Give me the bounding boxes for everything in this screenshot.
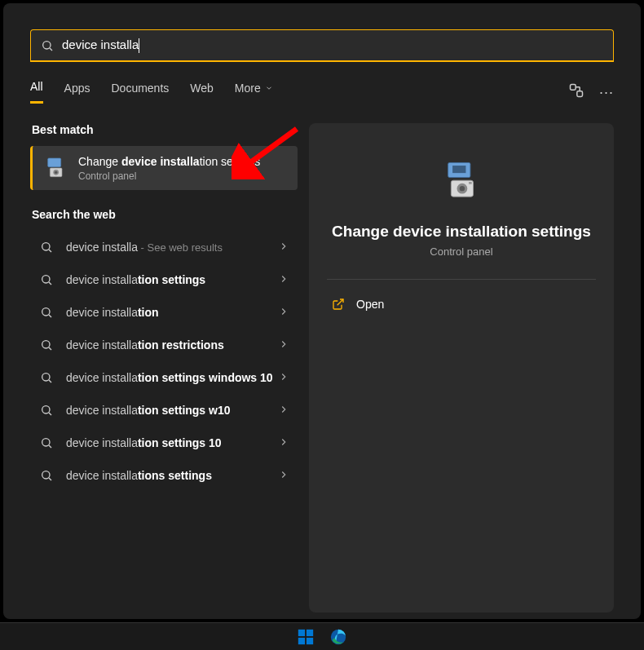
web-result-item[interactable]: device installations settings — [30, 459, 298, 492]
web-result-item[interactable]: device installation settings w10 — [30, 394, 298, 427]
svg-rect-37 — [298, 637, 305, 643]
tab-all[interactable]: All — [30, 80, 43, 104]
search-web-label: Search the web — [32, 208, 298, 221]
svg-point-0 — [43, 41, 51, 48]
open-icon — [332, 298, 345, 311]
svg-line-23 — [49, 445, 51, 448]
chevron-right-icon — [278, 469, 289, 483]
preview-subtitle: Control panel — [327, 245, 596, 258]
search-input[interactable]: device installa — [62, 38, 603, 53]
svg-point-14 — [42, 308, 50, 316]
web-result-text: device installa - See web results — [66, 241, 289, 254]
web-result-item[interactable]: device installation restrictions — [30, 329, 298, 361]
web-result-item[interactable]: device installation — [30, 296, 298, 329]
chevron-right-icon — [278, 306, 289, 320]
web-result-text: device installation settings — [66, 273, 289, 286]
search-icon — [38, 435, 55, 451]
device-install-icon — [42, 155, 68, 181]
edge-browser-icon[interactable] — [329, 627, 348, 647]
svg-line-25 — [49, 478, 51, 480]
start-search-panel: device installa All Apps Documents Web M… — [3, 3, 641, 619]
open-label: Open — [356, 298, 384, 311]
svg-point-12 — [42, 276, 50, 283]
svg-point-20 — [42, 406, 50, 413]
web-result-text: device installation settings 10 — [66, 436, 289, 449]
tab-apps[interactable]: Apps — [64, 82, 90, 103]
tab-documents[interactable]: Documents — [111, 82, 169, 103]
search-icon — [38, 239, 55, 255]
svg-rect-3 — [577, 91, 583, 97]
web-result-item[interactable]: device installation settings 10 — [30, 427, 298, 459]
web-result-text: device installation settings windows 10 — [66, 371, 289, 384]
search-icon — [38, 402, 55, 418]
svg-point-22 — [42, 439, 50, 446]
results-left-column: Best match Change device installation se… — [30, 123, 298, 612]
preview-device-install-icon — [435, 156, 487, 208]
start-button[interactable] — [296, 627, 315, 647]
web-result-item[interactable]: device installation settings — [30, 263, 298, 296]
taskbar — [0, 622, 644, 650]
divider — [327, 279, 596, 280]
search-icon — [41, 39, 54, 52]
svg-line-15 — [49, 315, 51, 317]
best-match-subtitle: Control panel — [78, 170, 260, 182]
web-results-list: device installa - See web results device… — [30, 231, 298, 492]
svg-rect-36 — [307, 629, 313, 635]
chevron-right-icon — [278, 436, 289, 450]
best-match-title: Change device installation settings — [78, 154, 260, 169]
svg-rect-6 — [48, 158, 61, 167]
search-icon — [38, 304, 55, 321]
chevron-down-icon — [265, 84, 273, 92]
svg-rect-27 — [452, 166, 465, 173]
svg-rect-35 — [298, 629, 305, 635]
svg-line-19 — [49, 380, 51, 382]
svg-line-32 — [337, 299, 343, 305]
filter-tabs: All Apps Documents Web More ··· — [30, 80, 614, 104]
preview-title: Change device installation settings — [327, 223, 596, 241]
svg-line-21 — [49, 413, 51, 415]
svg-point-18 — [42, 374, 50, 381]
search-icon — [38, 337, 55, 353]
svg-point-30 — [460, 186, 465, 191]
web-result-text: device installations settings — [66, 469, 289, 482]
best-match-label: Best match — [32, 123, 298, 136]
svg-point-16 — [42, 341, 50, 348]
best-match-result[interactable]: Change device installation settings Cont… — [30, 146, 298, 190]
svg-point-10 — [42, 243, 50, 250]
search-icon — [38, 272, 55, 288]
web-result-item[interactable]: device installa - See web results — [30, 231, 298, 263]
chevron-right-icon — [278, 338, 289, 352]
search-icon — [38, 369, 55, 386]
svg-line-13 — [49, 282, 51, 285]
chevron-right-icon — [278, 241, 289, 254]
web-result-text: device installation restrictions — [66, 338, 289, 352]
web-result-text: device installation settings w10 — [66, 404, 289, 417]
svg-line-17 — [49, 347, 51, 350]
chevron-right-icon — [278, 404, 289, 418]
org-icon[interactable] — [568, 82, 584, 101]
svg-rect-38 — [307, 637, 313, 643]
svg-rect-2 — [570, 85, 576, 91]
preview-pane: Change device installation settings Cont… — [309, 123, 614, 612]
svg-point-9 — [55, 171, 57, 174]
web-result-item[interactable]: device installation settings windows 10 — [30, 361, 298, 394]
search-bar[interactable]: device installa — [30, 29, 614, 62]
svg-line-11 — [49, 250, 51, 252]
tab-web[interactable]: Web — [190, 82, 214, 103]
svg-rect-31 — [469, 182, 472, 184]
tab-more[interactable]: More — [235, 82, 273, 103]
more-options-icon[interactable]: ··· — [599, 85, 614, 99]
svg-line-1 — [50, 48, 52, 51]
open-action[interactable]: Open — [327, 291, 596, 317]
chevron-right-icon — [278, 371, 289, 385]
search-icon — [38, 467, 55, 484]
web-result-text: device installation — [66, 306, 289, 319]
svg-point-24 — [42, 471, 50, 479]
chevron-right-icon — [278, 273, 289, 287]
